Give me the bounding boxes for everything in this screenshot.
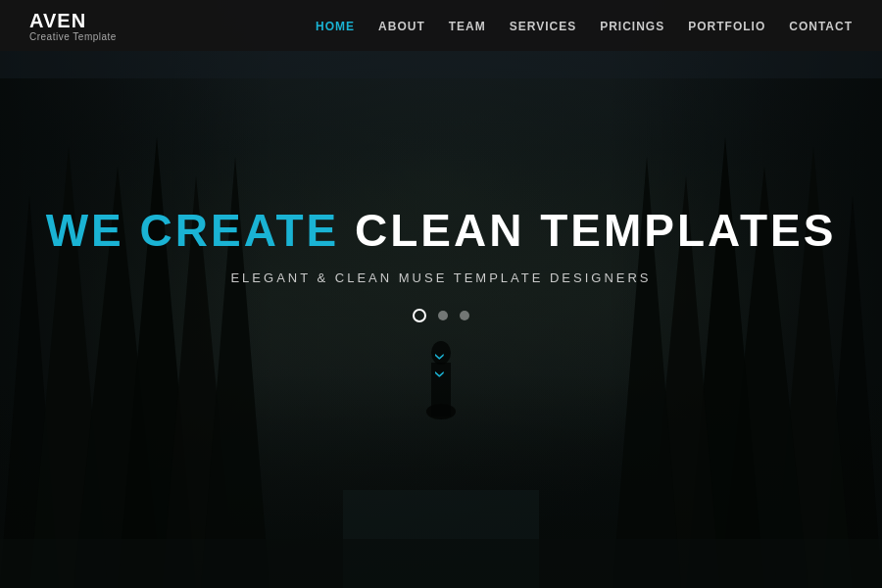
chevron-down-icon-2: › (432, 370, 450, 377)
nav-menu: HOME ABOUT TEAM SERVICES PRICINGS PORTFO… (316, 17, 853, 34)
slider-dot-1[interactable] (413, 309, 426, 322)
nav-link-home[interactable]: HOME (316, 20, 355, 33)
nav-item-about[interactable]: ABOUT (378, 17, 425, 34)
nav-link-portfolio[interactable]: PORTFOLIO (688, 20, 765, 33)
nav-link-contact[interactable]: CONTACT (789, 20, 853, 33)
svg-rect-17 (0, 539, 882, 588)
slider-dots (413, 309, 469, 322)
brand-subtitle: Creative Template (29, 31, 117, 42)
hero-title-highlight: WE CREATE (46, 205, 340, 256)
hero-content: WE CREATE CLEAN TEMPLATES ELEGANT & CLEA… (46, 206, 837, 383)
brand-logo[interactable]: AVEN Creative Template (29, 10, 117, 42)
navbar: AVEN Creative Template HOME ABOUT TEAM S… (0, 0, 882, 51)
hero-section: AVEN Creative Template HOME ABOUT TEAM S… (0, 0, 882, 588)
hero-subtitle: ELEGANT & CLEAN MUSE TEMPLATE DESIGNERS (230, 270, 651, 285)
slider-dot-3[interactable] (460, 311, 469, 320)
nav-link-about[interactable]: ABOUT (378, 20, 425, 33)
scroll-down-button[interactable]: › › (437, 348, 444, 382)
brand-title: AVEN (29, 10, 117, 31)
hero-title-normal: CLEAN TEMPLATES (339, 205, 836, 256)
nav-item-services[interactable]: SERVICES (510, 17, 576, 34)
nav-item-team[interactable]: TEAM (449, 17, 486, 34)
nav-link-pricings[interactable]: PRICINGS (600, 20, 664, 33)
slider-dot-2[interactable] (438, 311, 448, 320)
nav-link-team[interactable]: TEAM (449, 20, 486, 33)
chevron-down-icon: › (432, 353, 450, 360)
nav-item-contact[interactable]: CONTACT (789, 17, 853, 34)
nav-item-home[interactable]: HOME (316, 17, 355, 34)
nav-item-pricings[interactable]: PRICINGS (600, 17, 664, 34)
nav-item-portfolio[interactable]: PORTFOLIO (688, 17, 765, 34)
nav-link-services[interactable]: SERVICES (510, 20, 576, 33)
hero-title: WE CREATE CLEAN TEMPLATES (46, 206, 837, 256)
